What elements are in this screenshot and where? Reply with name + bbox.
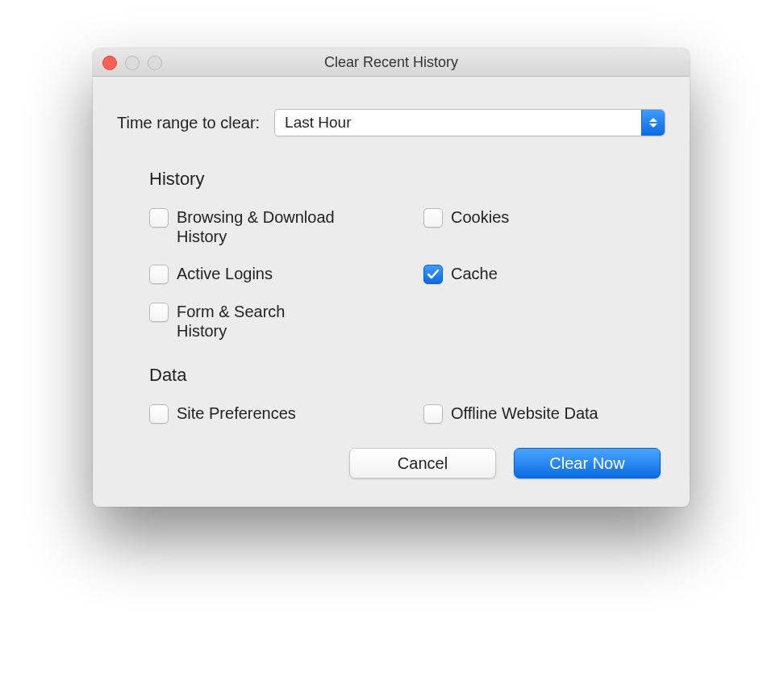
cancel-button[interactable]: Cancel	[349, 448, 496, 479]
checkbox-form-search-history[interactable]: Form & Search History	[149, 302, 423, 341]
minimize-window-icon	[125, 56, 140, 70]
checkbox-icon	[423, 208, 443, 228]
checkbox-icon	[423, 265, 443, 284]
checkbox-icon	[423, 404, 443, 424]
time-range-value: Last Hour	[285, 114, 351, 132]
checkbox-browsing-download-history[interactable]: Browsing & Download History	[149, 207, 423, 246]
checkbox-offline-website-data[interactable]: Offline Website Data	[423, 403, 665, 424]
dialog-window: Clear Recent History Time range to clear…	[93, 48, 690, 507]
checkbox-label: Form & Search History	[177, 302, 338, 341]
checkbox-icon	[149, 404, 169, 424]
checkbox-site-preferences[interactable]: Site Preferences	[149, 403, 423, 424]
dialog-buttons: Cancel Clear Now	[117, 448, 661, 479]
section-data: Data Site Preferences Offline Website Da…	[149, 365, 665, 424]
checkbox-icon	[149, 303, 169, 322]
window-title: Clear Recent History	[324, 54, 458, 71]
checkbox-label: Cookies	[451, 207, 509, 227]
history-options: Browsing & Download History Cookies Acti…	[149, 207, 665, 341]
window-controls	[102, 56, 162, 70]
checkbox-icon	[149, 208, 169, 228]
section-data-title: Data	[149, 365, 665, 386]
data-options: Site Preferences Offline Website Data	[149, 403, 665, 424]
checkbox-icon	[149, 265, 169, 284]
checkbox-cookies[interactable]: Cookies	[423, 207, 665, 246]
titlebar: Clear Recent History	[93, 48, 690, 77]
time-range-select[interactable]: Last Hour	[274, 109, 665, 136]
checkbox-label: Browsing & Download History	[177, 207, 338, 246]
checkbox-label: Cache	[451, 264, 498, 283]
cancel-button-label: Cancel	[398, 454, 448, 473]
checkbox-label: Site Preferences	[177, 403, 296, 423]
time-range-label: Time range to clear:	[117, 114, 260, 132]
section-history-title: History	[149, 169, 665, 190]
select-caret-icon	[641, 110, 665, 136]
checkbox-active-logins[interactable]: Active Logins	[149, 264, 423, 284]
clear-now-button-label: Clear Now	[549, 454, 624, 473]
clear-now-button[interactable]: Clear Now	[514, 448, 661, 479]
zoom-window-icon	[148, 56, 162, 70]
dialog-content: Time range to clear: Last Hour History B…	[93, 77, 690, 507]
section-history: History Browsing & Download History Cook…	[149, 169, 665, 341]
checkbox-label: Active Logins	[177, 264, 273, 283]
checkbox-label: Offline Website Data	[451, 403, 598, 423]
close-window-icon[interactable]	[102, 56, 117, 70]
time-range-row: Time range to clear: Last Hour	[117, 109, 665, 136]
checkbox-cache[interactable]: Cache	[423, 264, 665, 284]
